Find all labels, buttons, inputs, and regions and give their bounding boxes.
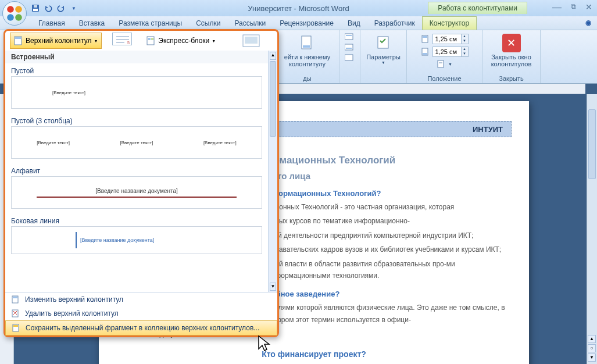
link-prev-icon[interactable] bbox=[345, 33, 355, 41]
ribbon-group-position: ▲▼ ▲▼ ▼ Положение bbox=[407, 30, 482, 83]
header-dropdown-button[interactable]: Верхний колонтитул ▼ bbox=[10, 33, 102, 49]
qat-dropdown-icon[interactable]: ▼ bbox=[69, 3, 79, 13]
footer-distance-value[interactable] bbox=[433, 48, 461, 55]
svg-rect-34 bbox=[13, 297, 17, 298]
prev-page-icon[interactable]: ▲ bbox=[588, 335, 596, 343]
redo-icon[interactable] bbox=[56, 3, 66, 13]
gallery-item-sideline[interactable]: [Введите название документа] bbox=[11, 226, 262, 254]
doc-para: нной власти в области развития образоват… bbox=[267, 258, 506, 282]
header-distance-value[interactable] bbox=[433, 35, 461, 42]
vertical-scrollbar[interactable]: ▲ ○ ▼ bbox=[587, 94, 597, 364]
quick-parts-label: Экспресс-блоки bbox=[158, 37, 209, 45]
doc-subhead-1: нформационных Технологий? bbox=[267, 189, 512, 198]
svg-rect-29 bbox=[148, 38, 151, 40]
browse-object-icon[interactable]: ○ bbox=[588, 344, 596, 352]
next-page-icon[interactable]: ▼ bbox=[588, 354, 596, 362]
link-next-icon[interactable] bbox=[345, 43, 355, 51]
spin-up-icon[interactable]: ▲ bbox=[461, 34, 468, 39]
doc-question: Кто финансирует проект? bbox=[99, 349, 529, 359]
placeholder: [Введите название документа] bbox=[80, 237, 154, 243]
office-button[interactable] bbox=[2, 1, 27, 26]
spin-down-icon[interactable]: ▼ bbox=[461, 52, 468, 56]
save-sel-icon bbox=[12, 323, 21, 333]
save-selection-menuitem[interactable]: Сохранить выделенный фрагмент в коллекци… bbox=[5, 320, 277, 336]
edit-icon bbox=[11, 295, 20, 304]
tab-insert[interactable]: Вставка bbox=[72, 17, 112, 30]
gallery-item-blank[interactable]: [Введите текст] bbox=[11, 76, 262, 109]
options-icon bbox=[374, 34, 393, 52]
tab-design[interactable]: Конструктор bbox=[422, 16, 477, 30]
header-distance-spinner[interactable]: ▲▼ bbox=[432, 34, 469, 44]
link-same-icon[interactable] bbox=[345, 53, 355, 62]
ribbon-group-links bbox=[339, 30, 360, 83]
gallery-scrollbar[interactable]: ▲ ▼ bbox=[268, 51, 277, 292]
remove-icon bbox=[11, 309, 20, 318]
window-controls: — ⧉ ✕ bbox=[552, 2, 592, 13]
svg-rect-6 bbox=[34, 5, 37, 8]
gallery-item-blank3[interactable]: [Введите текст] [Введите текст] [Введите… bbox=[11, 126, 262, 159]
spin-down-icon[interactable]: ▼ bbox=[461, 39, 468, 44]
tab-references[interactable]: Ссылки bbox=[189, 17, 227, 30]
header-dropdown-label: Верхний колонтитул bbox=[26, 37, 91, 45]
menuitem-label: Удалить верхний колонтитул bbox=[25, 309, 119, 317]
options-button[interactable]: Параметры ▼ bbox=[363, 33, 404, 66]
footer-icon bbox=[298, 34, 317, 52]
undo-icon[interactable] bbox=[43, 3, 53, 13]
group-label-close: Закрыть bbox=[499, 75, 523, 82]
picture-icon[interactable] bbox=[242, 33, 262, 49]
tab-developer[interactable]: Разработчик bbox=[367, 17, 422, 30]
tab-view[interactable]: Вид bbox=[341, 17, 367, 30]
gallery-footer: Изменить верхний колонтитул Удалить верх… bbox=[5, 292, 277, 336]
ribbon-group-close: ✕ Закрыть окно колонтитулов Закрыть bbox=[482, 30, 541, 83]
page-number-icon[interactable]: 5 bbox=[112, 33, 132, 45]
gallery-item-title: Боковая линия bbox=[5, 213, 268, 226]
doc-para: ской деятельности предприятий компьютерн… bbox=[267, 230, 506, 241]
tab-align-icon[interactable] bbox=[437, 59, 446, 69]
tab-layout[interactable]: Разметка страницы bbox=[112, 17, 189, 30]
svg-rect-18 bbox=[423, 53, 427, 55]
close-icon[interactable]: ✕ bbox=[585, 2, 592, 13]
svg-rect-9 bbox=[345, 34, 353, 40]
goto-footer-button[interactable]: ейти к нижнему колонтитулу bbox=[278, 33, 337, 69]
chevron-down-icon: ▼ bbox=[94, 39, 98, 43]
tab-home[interactable]: Главная bbox=[31, 17, 72, 30]
doc-heading-2: вого лица bbox=[267, 171, 512, 181]
gallery-item-title: Пустой bbox=[5, 63, 268, 76]
svg-text:5: 5 bbox=[127, 41, 130, 45]
close-header-footer-button[interactable]: ✕ Закрыть окно колонтитулов bbox=[482, 33, 541, 69]
header-label: ИНТУИТ bbox=[473, 125, 503, 134]
ribbon-group-options: Параметры ▼ bbox=[360, 30, 407, 83]
goto-footer-label: ейти к нижнему колонтитулу bbox=[281, 53, 334, 67]
chevron-down-icon: ▼ bbox=[212, 39, 216, 43]
gallery-scroll-area: Встроенный Пустой [Введите текст] Пустой… bbox=[5, 51, 268, 292]
remove-header-menuitem[interactable]: Удалить верхний колонтитул bbox=[5, 306, 277, 320]
gallery-item-alphabet[interactable]: [Введите название документа] bbox=[11, 176, 262, 209]
tab-review[interactable]: Рецензирование bbox=[273, 17, 341, 30]
ribbon-group-navigation: ейти к нижнему колонтитулу ды bbox=[276, 30, 339, 83]
header-gallery-dropdown: Верхний колонтитул ▼ 5 Экспресс-блоки ▼ … bbox=[3, 29, 279, 337]
save-icon[interactable] bbox=[30, 3, 41, 13]
svg-rect-5 bbox=[33, 9, 38, 11]
tab-mailings[interactable]: Рассылки bbox=[227, 17, 273, 30]
doc-subhead-2: чебное заведение? bbox=[267, 290, 512, 298]
contextual-tab-label: Работа с колонтитулами bbox=[428, 2, 527, 14]
quick-parts-button[interactable]: Экспресс-блоки ▼ bbox=[142, 33, 220, 49]
placeholder: [Введите текст] bbox=[37, 140, 70, 145]
footer-distance-spinner[interactable]: ▲▼ bbox=[432, 47, 469, 57]
doc-para: ационных Технологий - это частная органи… bbox=[267, 201, 506, 213]
scrollbar-thumb[interactable] bbox=[588, 109, 596, 179]
menuitem-label: Изменить верхний колонтитул bbox=[25, 295, 123, 304]
gallery-item-title: Пустой (3 столбца) bbox=[5, 113, 268, 126]
scroll-down-icon[interactable]: ▼ bbox=[270, 283, 276, 291]
edit-header-menuitem[interactable]: Изменить верхний колонтитул bbox=[5, 292, 277, 306]
scrollbar-thumb[interactable] bbox=[270, 61, 276, 137]
minimize-icon[interactable]: — bbox=[552, 2, 562, 13]
close-x-icon: ✕ bbox=[502, 34, 521, 52]
help-icon[interactable]: ◉ bbox=[585, 19, 591, 27]
svg-rect-13 bbox=[345, 55, 353, 60]
gallery-item-title: Алфавит bbox=[5, 163, 268, 176]
svg-point-0 bbox=[7, 6, 14, 13]
scroll-up-icon[interactable]: ▲ bbox=[270, 52, 276, 60]
maximize-icon[interactable]: ⧉ bbox=[571, 2, 576, 13]
spin-up-icon[interactable]: ▲ bbox=[461, 47, 468, 52]
